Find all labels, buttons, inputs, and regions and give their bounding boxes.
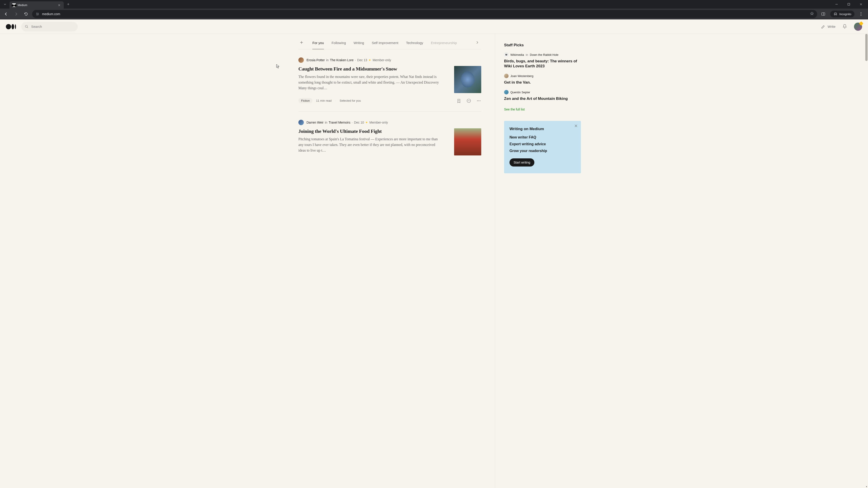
- writing-promo-card: Writing on Medium New writer FAQ Expert …: [504, 121, 581, 173]
- pick-meta: W Wikimedia in Down the Rabbit Hole: [504, 53, 581, 57]
- tabs-dropdown-button[interactable]: [2, 1, 8, 7]
- pick-title[interactable]: Zen and the Art of Mountain Biking: [504, 96, 581, 101]
- save-article-button[interactable]: [456, 98, 461, 103]
- pick-title[interactable]: Get in the Van.: [504, 80, 581, 85]
- dots-horizontal-icon: [476, 98, 481, 103]
- tab-strip: ⬤⬤ Medium ✕ +: [0, 0, 868, 8]
- star-icon: [810, 11, 814, 15]
- pick-author-link[interactable]: Wikimedia: [510, 53, 524, 57]
- address-bar[interactable]: medium.com: [32, 10, 817, 18]
- search-input[interactable]: [31, 25, 74, 29]
- bell-icon: [842, 24, 847, 29]
- svg-point-7: [861, 15, 862, 16]
- notifications-button[interactable]: [842, 24, 847, 30]
- pick-author-link[interactable]: Quentin Septer: [510, 91, 530, 94]
- feed-tab-following[interactable]: Following: [332, 37, 346, 49]
- bookmark-button[interactable]: [810, 11, 814, 17]
- article-thumbnail[interactable]: [454, 66, 481, 93]
- page-scrollbar[interactable]: ▾: [865, 34, 868, 488]
- promo-title: Writing on Medium: [509, 127, 576, 131]
- meta-separator: ·: [352, 121, 352, 124]
- new-tab-button[interactable]: +: [65, 1, 71, 7]
- publication-link[interactable]: The Kraken Lore: [330, 58, 353, 62]
- pick-author-avatar[interactable]: W: [504, 53, 508, 57]
- feed-tab-writing[interactable]: Writing: [353, 37, 364, 49]
- forward-button[interactable]: [12, 10, 20, 18]
- medium-logo[interactable]: [6, 24, 17, 30]
- chevron-right-icon: [475, 41, 479, 44]
- article-card: Darren Weir in Travel Memoirs · Dec 10 ✦…: [298, 111, 481, 164]
- browser-tab[interactable]: ⬤⬤ Medium ✕: [9, 1, 64, 9]
- user-avatar[interactable]: [854, 23, 862, 31]
- feed-tab-entrepreneurship[interactable]: Entrepreneurship: [431, 37, 457, 49]
- search-icon: [25, 24, 29, 29]
- promo-close-button[interactable]: [574, 124, 578, 129]
- dots-vertical-icon: [861, 12, 862, 16]
- search-box[interactable]: [21, 22, 78, 31]
- article-title[interactable]: Joining the World's Ultimate Food Fight: [298, 128, 443, 134]
- staff-picks-heading: Staff Picks: [504, 43, 581, 47]
- article-date: Dec 10: [354, 121, 364, 124]
- browser-menu-button[interactable]: [858, 12, 864, 16]
- promo-link-faq[interactable]: New writer FAQ: [509, 135, 576, 139]
- see-full-list-link[interactable]: See the full list: [504, 107, 525, 111]
- member-star-icon: ✦: [365, 121, 368, 124]
- pick-author-avatar[interactable]: [504, 74, 508, 78]
- window-maximize-button[interactable]: [844, 1, 854, 8]
- site-settings-button[interactable]: [35, 12, 40, 16]
- article-tag[interactable]: Fiction: [298, 98, 312, 103]
- article-title[interactable]: Caught Between Fire and a Midsummer's Sn…: [298, 66, 443, 72]
- incognito-indicator[interactable]: Incognito: [830, 11, 855, 18]
- arrow-right-icon: [14, 12, 18, 16]
- scrollbar-thumb[interactable]: [865, 34, 868, 61]
- member-star-icon: ✦: [368, 58, 371, 62]
- feed-tab-for-you[interactable]: For you: [312, 37, 324, 49]
- scrollbar-down-arrow[interactable]: ▾: [865, 485, 868, 488]
- author-link[interactable]: Darren Weir: [307, 121, 323, 124]
- write-button[interactable]: Write: [821, 24, 835, 29]
- author-avatar[interactable]: [298, 57, 304, 63]
- article-actions: [456, 98, 481, 103]
- show-less-button[interactable]: [466, 98, 471, 103]
- pick-title[interactable]: Birds, bugs, and beauty: The winners of …: [504, 59, 581, 69]
- article-more-button[interactable]: [476, 98, 481, 103]
- author-avatar[interactable]: [298, 120, 304, 125]
- publication-link[interactable]: Travel Memoirs: [329, 121, 350, 124]
- feed-tabs: For you Following Writing Self Improveme…: [298, 37, 481, 49]
- promo-link-advice[interactable]: Expert writing advice: [509, 142, 576, 146]
- close-icon: [574, 124, 578, 128]
- toolbar-right: Incognito: [819, 10, 866, 18]
- in-word: in: [526, 53, 528, 57]
- feed-tab-technology[interactable]: Technology: [406, 37, 423, 49]
- in-word: in: [326, 58, 329, 62]
- tab-close-button[interactable]: ✕: [57, 3, 61, 7]
- pick-meta: Joan Westenberg: [504, 74, 581, 78]
- article-excerpt[interactable]: Pitching tomatoes at Spain's La Tomatina…: [298, 136, 443, 153]
- header-right: Write: [821, 23, 862, 31]
- reload-button[interactable]: [22, 10, 30, 18]
- svg-point-11: [25, 25, 27, 27]
- page-body: For you Following Writing Self Improveme…: [278, 34, 590, 488]
- author-link[interactable]: Erosia Potter: [307, 58, 325, 62]
- back-button[interactable]: [2, 10, 10, 18]
- selected-for-you-label: Selected for you: [340, 99, 361, 102]
- window-minimize-button[interactable]: [831, 1, 842, 8]
- add-topic-button[interactable]: [298, 40, 305, 46]
- minimize-icon: [835, 3, 838, 6]
- feed-tab-self-improvement[interactable]: Self Improvement: [372, 37, 399, 49]
- article-thumbnail[interactable]: [454, 128, 481, 156]
- pick-author-link[interactable]: Joan Westenberg: [510, 74, 533, 78]
- member-only-label: Member-only: [373, 58, 391, 62]
- svg-point-14: [478, 100, 479, 101]
- window-close-button[interactable]: [856, 1, 866, 8]
- pick-author-avatar[interactable]: [504, 90, 508, 94]
- start-writing-button[interactable]: Start writing: [509, 158, 534, 166]
- promo-link-readership[interactable]: Grow your readership: [509, 149, 576, 153]
- sidepanel-button[interactable]: [819, 10, 827, 18]
- bookmark-add-icon: [456, 98, 461, 103]
- article-card: Erosia Potter in The Kraken Lore · Dec 1…: [298, 49, 481, 111]
- window-controls: [831, 1, 866, 8]
- article-excerpt[interactable]: The flowers found in the mountains were …: [298, 74, 443, 91]
- pick-publication-link[interactable]: Down the Rabbit Hole: [530, 53, 558, 57]
- tabs-scroll-right-button[interactable]: [466, 41, 481, 45]
